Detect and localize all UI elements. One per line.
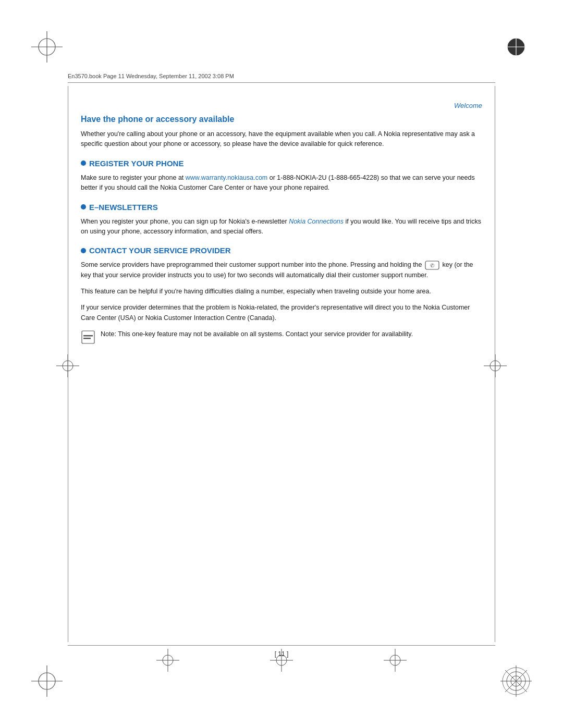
footer-line xyxy=(68,645,495,646)
corner-mark-br xyxy=(500,665,532,697)
section-register: REGISTER YOUR PHONE Make sure to registe… xyxy=(81,159,482,193)
bullet-register xyxy=(81,161,86,166)
note-icon xyxy=(81,330,95,344)
page-number: [ 11 ] xyxy=(275,650,289,658)
header-line xyxy=(68,82,495,83)
section-enewsletters: E–NEWSLETTERS When you register your pho… xyxy=(81,203,482,237)
note-box: Note: This one-key feature may not be av… xyxy=(81,329,482,344)
svg-text:✆: ✆ xyxy=(430,263,434,268)
corner-mark-tr xyxy=(500,31,532,63)
body-contact-2: This feature can be helpful if you're ha… xyxy=(81,287,482,297)
header-meta: En3570.book Page 11 Wednesday, September… xyxy=(68,73,234,79)
page: En3570.book Page 11 Wednesday, September… xyxy=(0,0,563,728)
svg-rect-39 xyxy=(83,338,91,339)
section-have-phone: Have the phone or accessory available Wh… xyxy=(81,115,482,150)
section-contact: CONTACT YOUR SERVICE PROVIDER Some servi… xyxy=(81,246,482,344)
link-warranty[interactable]: www.warranty.nokiausa.com xyxy=(186,174,267,181)
corner-mark-tl xyxy=(31,31,63,63)
bullet-contact xyxy=(81,248,86,253)
heading-have-phone: Have the phone or accessory available xyxy=(81,115,482,124)
body-contact-1: Some service providers have preprogramme… xyxy=(81,260,482,280)
bullet-enewsletters xyxy=(81,204,86,209)
main-content: Have the phone or accessory available Wh… xyxy=(81,115,482,637)
edge-mark-bot-left xyxy=(156,649,179,672)
svg-rect-37 xyxy=(82,331,94,343)
phone-key-icon: ✆ xyxy=(425,261,439,270)
body-have-phone: Whether you're calling about your phone … xyxy=(81,129,482,150)
body-enewsletters: When you register your phone, you can si… xyxy=(81,217,482,237)
edge-mark-left-mid xyxy=(56,354,79,377)
edge-mark-right-mid xyxy=(484,354,507,377)
edge-mark-bot-right xyxy=(384,649,407,672)
corner-mark-bl xyxy=(31,665,63,697)
heading-contact: CONTACT YOUR SERVICE PROVIDER xyxy=(81,246,482,255)
heading-enewsletters: E–NEWSLETTERS xyxy=(81,203,482,212)
header-meta-text: En3570.book Page 11 Wednesday, September… xyxy=(68,73,234,79)
heading-register: REGISTER YOUR PHONE xyxy=(81,159,482,168)
note-text: Note: This one-key feature may not be av… xyxy=(101,329,413,339)
svg-rect-38 xyxy=(83,335,93,337)
body-contact-3: If your service provider determines that… xyxy=(81,303,482,323)
link-nokia-connections[interactable]: Nokia Connections xyxy=(289,218,344,225)
body-register: Make sure to register your phone at www.… xyxy=(81,173,482,193)
welcome-label: Welcome xyxy=(454,102,482,109)
